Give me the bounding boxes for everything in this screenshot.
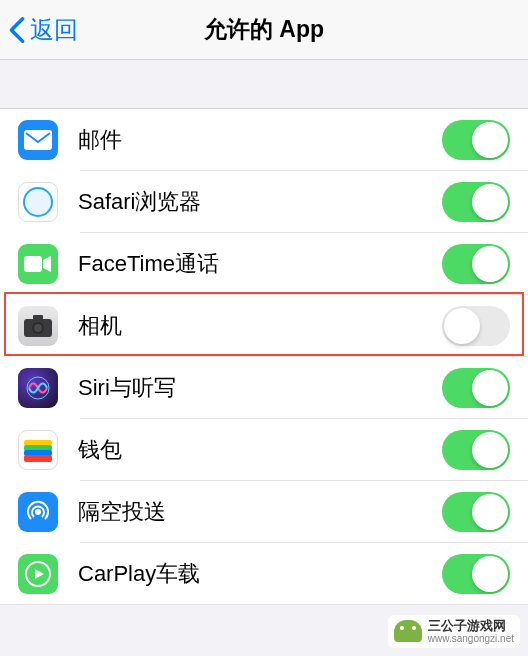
app-label: 邮件 — [78, 125, 442, 155]
camera-icon — [18, 306, 58, 346]
chevron-left-icon — [8, 16, 26, 44]
app-row-wallet: 钱包 — [0, 419, 528, 481]
toggle-siri[interactable] — [442, 368, 510, 408]
safari-icon — [18, 182, 58, 222]
app-row-siri: Siri与听写 — [0, 357, 528, 419]
app-label: FaceTime通话 — [78, 249, 442, 279]
toggle-wallet[interactable] — [442, 430, 510, 470]
watermark-logo-icon — [394, 620, 422, 642]
svg-point-16 — [35, 509, 41, 515]
toggle-mail[interactable] — [442, 120, 510, 160]
app-label: Safari浏览器 — [78, 187, 442, 217]
app-row-safari: Safari浏览器 — [0, 171, 528, 233]
app-row-carplay: CarPlay车载 — [0, 543, 528, 605]
app-label: 相机 — [78, 311, 442, 341]
app-row-mail: 邮件 — [0, 109, 528, 171]
back-button[interactable]: 返回 — [0, 14, 78, 46]
svg-rect-5 — [24, 256, 42, 272]
toggle-camera[interactable] — [442, 306, 510, 346]
app-label: 钱包 — [78, 435, 442, 465]
svg-rect-8 — [33, 315, 43, 320]
watermark-main: 三公子游戏网 — [428, 619, 514, 633]
section-spacer — [0, 60, 528, 108]
watermark-sub: www.sangongzi.net — [428, 633, 514, 644]
facetime-icon — [18, 244, 58, 284]
mail-icon — [18, 120, 58, 160]
app-label: CarPlay车载 — [78, 559, 442, 589]
wallet-icon — [18, 430, 58, 470]
back-label: 返回 — [30, 14, 78, 46]
app-list: 邮件Safari浏览器FaceTime通话相机Siri与听写钱包隔空投送CarP… — [0, 108, 528, 605]
svg-rect-15 — [24, 455, 52, 462]
siri-icon — [18, 368, 58, 408]
app-row-camera: 相机 — [0, 295, 528, 357]
toggle-carplay[interactable] — [442, 554, 510, 594]
toggle-safari[interactable] — [442, 182, 510, 222]
svg-point-2 — [25, 189, 51, 215]
toggle-airdrop[interactable] — [442, 492, 510, 532]
svg-marker-18 — [35, 569, 44, 579]
watermark: 三公子游戏网 www.sangongzi.net — [388, 615, 520, 648]
app-row-facetime: FaceTime通话 — [0, 233, 528, 295]
app-label: Siri与听写 — [78, 373, 442, 403]
carplay-icon — [18, 554, 58, 594]
toggle-facetime[interactable] — [442, 244, 510, 284]
navbar: 返回 允许的 App — [0, 0, 528, 60]
svg-marker-6 — [43, 256, 51, 272]
airdrop-icon — [18, 492, 58, 532]
page-title: 允许的 App — [0, 14, 528, 45]
app-label: 隔空投送 — [78, 497, 442, 527]
app-row-airdrop: 隔空投送 — [0, 481, 528, 543]
svg-point-10 — [34, 324, 42, 332]
svg-rect-0 — [24, 130, 52, 150]
